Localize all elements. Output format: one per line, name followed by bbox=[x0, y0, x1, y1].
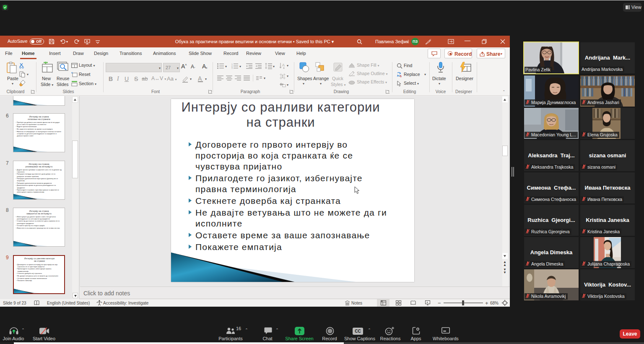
svg-text:3: 3 bbox=[231, 67, 233, 69]
svg-text:b: b bbox=[400, 75, 402, 78]
svg-text:A: A bbox=[282, 63, 285, 67]
